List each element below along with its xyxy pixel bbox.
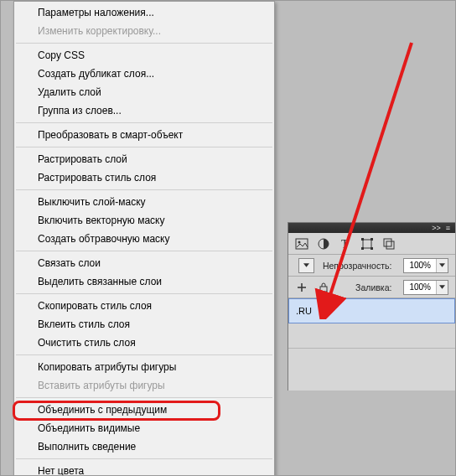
menu-item[interactable]: Связать слои [14,254,274,272]
menu-separator [16,251,272,251]
menu-separator [16,122,272,123]
menu-separator [16,354,272,355]
menu-item[interactable]: Параметры наложения... [14,3,274,22]
menu-item: Вставить атрибуты фигуры [14,376,274,395]
menu-item[interactable]: Объединить с предыдущим [14,401,274,419]
menu-item[interactable]: Выделить связанные слои [14,272,274,291]
layer-name: .RU [296,306,312,316]
collapse-icon[interactable]: >> [432,224,441,232]
panel-icon-row: T [288,233,455,255]
menu-separator [16,147,272,147]
svg-rect-11 [320,287,327,292]
menu-separator [16,293,272,294]
menu-item[interactable]: Вклеить стиль слоя [14,315,274,334]
opacity-label: Непрозрачность: [323,261,392,271]
smart-object-icon[interactable] [382,237,396,251]
text-tool-icon[interactable]: T [339,237,352,251]
layer-list: .RU [288,298,455,391]
menu-item[interactable]: Растрировать слой [14,150,274,168]
menu-separator [16,458,272,459]
svg-point-1 [298,241,301,243]
layer-item[interactable] [288,323,455,349]
menu-item[interactable]: Преобразовать в смарт-объект [14,126,274,144]
menu-item[interactable]: Очистить стиль слоя [14,334,274,352]
menu-item[interactable]: Создать дубликат слоя... [14,65,274,83]
menu-item[interactable]: Выполнить сведение [14,437,274,456]
fill-row: Заливка: 100% [288,277,455,298]
menu-separator [16,397,272,398]
menu-item[interactable]: Удалить слой [14,83,274,101]
menu-item: Изменить корректировку... [14,22,274,40]
menu-icon[interactable]: ≡ [446,224,450,232]
svg-rect-5 [361,238,364,241]
menu-item[interactable]: Нет цвета [14,462,274,476]
svg-text:T: T [341,238,349,251]
svg-rect-10 [386,241,394,249]
menu-item[interactable]: Выключить слой-маску [14,193,274,211]
lock-position-icon[interactable] [295,281,308,294]
adjust-icon[interactable] [317,237,330,251]
lock-all-icon[interactable] [317,281,330,294]
menu-item[interactable]: Растрировать стиль слоя [14,168,274,187]
menu-item[interactable]: Создать обтравочную маску [14,230,274,248]
layers-panel: >> ≡ T Непрозрачность: 100% Заливка: 100… [288,222,455,391]
menu-item[interactable]: Объединить видимые [14,419,274,437]
blend-mode-dropdown[interactable] [298,258,314,273]
panel-tab-strip: >> ≡ [288,223,455,233]
menu-item[interactable]: Скопировать стиль слоя [14,297,274,315]
svg-rect-7 [361,247,364,250]
layer-item[interactable]: .RU [288,298,455,323]
menu-separator [16,189,272,190]
menu-item[interactable]: Группа из слоев... [14,101,274,120]
svg-rect-8 [370,247,373,250]
fill-input[interactable]: 100% [403,280,448,295]
svg-rect-9 [384,239,391,246]
fill-label: Заливка: [355,282,391,292]
layer-context-menu: Параметры наложения...Изменить корректир… [13,1,275,476]
svg-rect-6 [370,238,373,241]
opacity-row: Непрозрачность: 100% [288,255,455,277]
opacity-input[interactable]: 100% [403,258,448,273]
menu-item[interactable]: Copy CSS [14,46,274,65]
image-icon[interactable] [295,237,308,251]
menu-item[interactable]: Копировать атрибуты фигуры [14,358,274,376]
menu-item[interactable]: Включить векторную маску [14,211,274,230]
menu-separator [16,43,272,44]
transform-icon[interactable] [360,237,374,251]
svg-rect-4 [363,240,371,248]
